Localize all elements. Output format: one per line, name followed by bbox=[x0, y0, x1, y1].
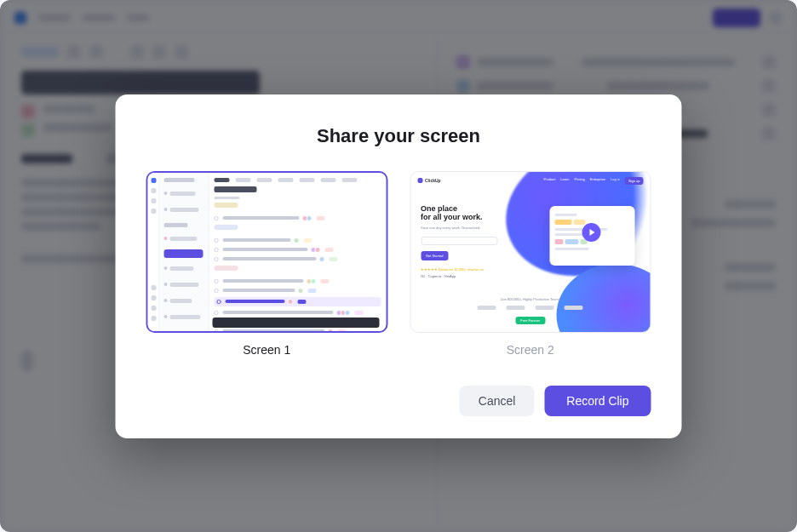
screen2-cta: Get Started bbox=[421, 251, 448, 260]
cancel-button[interactable]: Cancel bbox=[460, 386, 535, 416]
screen2-headline-2: for all your work. bbox=[421, 213, 523, 221]
screen-2-thumbnail[interactable]: ClickUp Product Learn Pricing Enterprise… bbox=[410, 171, 651, 333]
screen2-pill: Free Forever bbox=[515, 317, 545, 324]
screen2-subhead: Save one day every week. Guaranteed. bbox=[421, 226, 523, 230]
play-icon bbox=[582, 223, 601, 242]
screen2-headline-1: One place bbox=[421, 204, 523, 213]
screen-option-1[interactable]: Screen 1 bbox=[146, 171, 388, 357]
modal-title: Share your screen bbox=[146, 125, 651, 147]
modal-footer: Cancel Record Clip bbox=[146, 386, 651, 416]
record-clip-button[interactable]: Record Clip bbox=[544, 386, 651, 416]
screen-2-label: Screen 2 bbox=[410, 343, 651, 357]
screen-1-label: Screen 1 bbox=[146, 343, 388, 357]
screen-option-2[interactable]: ClickUp Product Learn Pricing Enterprise… bbox=[410, 171, 651, 357]
share-screen-modal: Share your screen bbox=[116, 94, 682, 438]
screen-options: Screen 1 ClickUp Product Learn Pricing E… bbox=[146, 171, 651, 357]
screen2-stars: ★★★★★ Based on 10,000+ reviews on bbox=[421, 267, 523, 272]
screen-1-thumbnail[interactable] bbox=[146, 171, 388, 333]
screen2-logo-text: ClickUp bbox=[425, 178, 441, 183]
screen2-badges: G2 · Capterra · GetApp bbox=[421, 274, 523, 278]
screen2-footer-tag: Join 800,000+ Highly Productive Teams bbox=[410, 297, 651, 301]
